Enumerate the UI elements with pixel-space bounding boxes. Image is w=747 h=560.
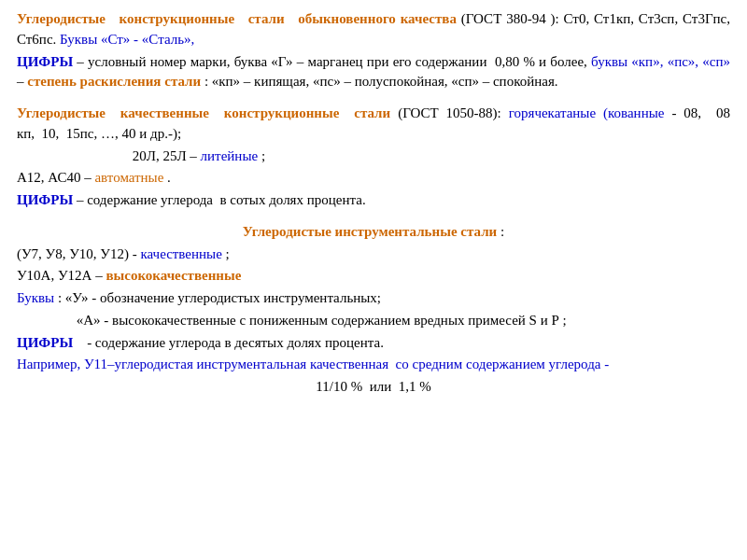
section3-naprimer: Например, У11–углеродистая инструменталь… [17, 357, 609, 371]
section3-vysoko-list: У10А, У12А – [17, 268, 106, 283]
section1-title: Углеродистые конструкционные стали обыкн… [17, 11, 457, 26]
section1-bukvy: Буквы «Ст» - «Сталь», [60, 32, 194, 47]
section1-dash: – [17, 74, 27, 89]
section2-title: Углеродистые качественные конструкционны… [17, 105, 390, 120]
section2-gost: (ГОСТ 1050-88): [398, 105, 509, 120]
section2-avtomatnye: автоматные [94, 170, 163, 185]
section3-bukvy-label: Буквы [17, 290, 54, 305]
section-2: Углеродистые качественные конструкционны… [17, 104, 730, 211]
section2-liteynye: литейные [201, 148, 259, 163]
section3-footnote: 11/10 % или 1,1 % [17, 377, 730, 398]
section3-p1: (У7, У8, У10, У12) - качественные ; [17, 245, 730, 265]
section3-kachestvennye: качественные [140, 246, 221, 261]
section1-p2-text2: : «кп» – кипящая, «пс» – полуспокойная, … [204, 74, 558, 89]
section1-bukvy2: буквы «кп», «пс», «сп» [591, 54, 730, 69]
section3-colon: : [500, 224, 504, 239]
section1-p2: ЦИФРЫ – условный номер марки, буква «Г» … [17, 52, 730, 93]
section1-p1: Углеродистые конструкционные стали обыкн… [17, 9, 730, 50]
section2-dot: . [167, 170, 171, 185]
section2-p2: 20Л, 25Л – литейные ; [17, 147, 730, 167]
section2-cifry: ЦИФРЫ [17, 192, 73, 207]
section3-semicolon1: ; [226, 246, 230, 261]
section3-a-text: «А» - высококачественные с пониженным со… [77, 313, 567, 328]
section2-cifry-text: – содержание углерода в сотых долях проц… [77, 192, 366, 207]
section3-cifry-text: - содержание углерода в десятых долях пр… [77, 335, 384, 350]
section1-cifry: ЦИФРЫ [17, 54, 73, 69]
section-1: Углеродистые конструкционные стали обыкн… [17, 9, 730, 92]
section2-p3: А12, АС40 – автоматные . [17, 168, 730, 189]
section3-p3: Буквы : «У» - обозначение углеродистых и… [17, 288, 730, 309]
section1-p2-text1: – условный номер марки, буква «Г» – марг… [77, 54, 591, 69]
section1-stepen: степень раскисления стали [27, 74, 201, 89]
section2-goryache: горячекатаные (кованные [509, 105, 665, 120]
section3-p4: «А» - высококачественные с пониженным со… [17, 311, 730, 331]
main-content: Углеродистые конструкционные стали обыкн… [0, 0, 747, 560]
section2-p4: ЦИФРЫ – содержание углерода в сотых доля… [17, 190, 730, 211]
section3-cifry: ЦИФРЫ [17, 335, 73, 350]
section3-kachestvennye-list: (У7, У8, У10, У12) - [17, 246, 140, 261]
section2-semicolon: ; [261, 148, 265, 163]
section2-avtomat-text: А12, АС40 – [17, 170, 94, 185]
section3-fraction: 11/10 % или 1,1 % [316, 379, 430, 394]
section3-p2: У10А, У12А – высококачественные [17, 266, 730, 287]
section3-vysokokachestvennye: высококачественные [106, 268, 241, 283]
section-3: Углеродистые инструментальные стали : (У… [17, 222, 730, 398]
section3-title-p: Углеродистые инструментальные стали : [17, 222, 730, 243]
section3-p6: Например, У11–углеродистая инструменталь… [17, 355, 730, 375]
section3-p5: ЦИФРЫ - содержание углерода в десятых до… [17, 333, 730, 354]
section2-liteynye-text: 20Л, 25Л – [133, 148, 201, 163]
section2-p1: Углеродистые качественные конструкционны… [17, 104, 730, 145]
section3-title: Углеродистые инструментальные стали [243, 224, 497, 239]
section3-u-text: : «У» - обозначение углеродистых инструм… [58, 290, 381, 305]
